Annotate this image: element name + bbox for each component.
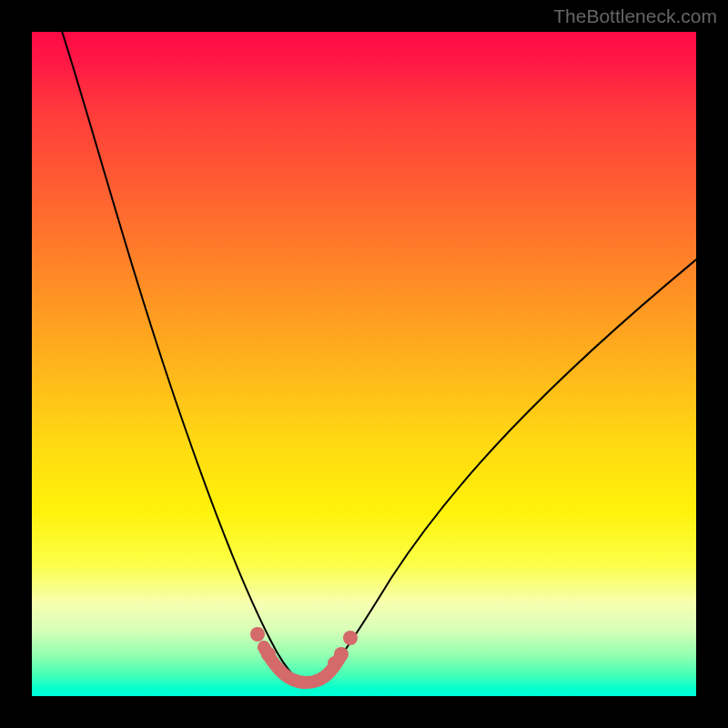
left-curve bbox=[59, 32, 296, 678]
right-curve bbox=[321, 252, 696, 680]
marker-dot bbox=[261, 647, 276, 662]
marker-dot bbox=[334, 647, 349, 662]
marker-dot bbox=[250, 627, 265, 642]
chart-svg bbox=[32, 32, 696, 696]
marker-dot bbox=[343, 631, 358, 645]
watermark-text: TheBottleneck.com bbox=[553, 5, 717, 27]
chart-plot-area bbox=[32, 32, 696, 696]
